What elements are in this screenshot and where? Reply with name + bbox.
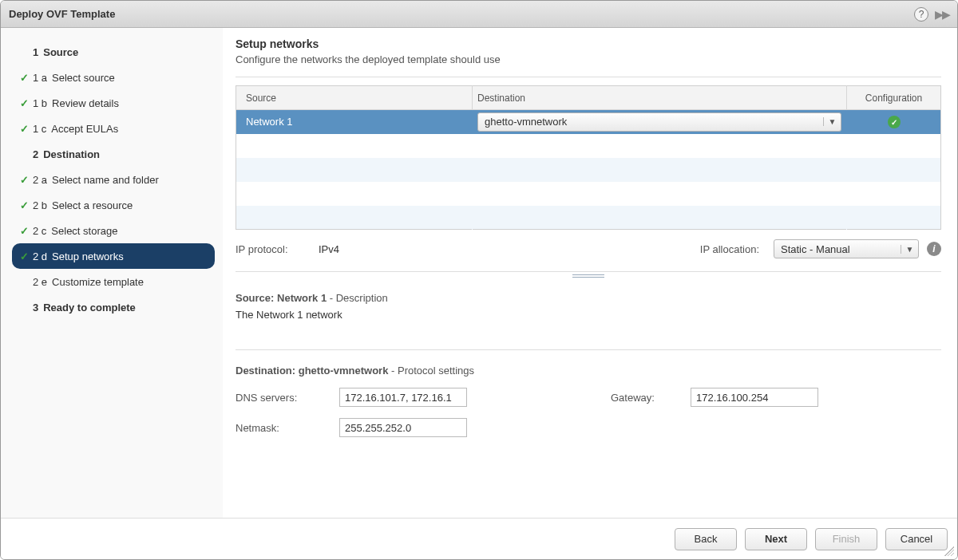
wizard-step-label: 2 aSelect name and folder <box>33 174 208 186</box>
wizard-step-label: 1 bReview details <box>33 97 208 109</box>
wizard-step[interactable]: ✓2 cSelect storage <box>12 218 215 243</box>
check-icon: ✓ <box>15 123 33 135</box>
ip-protocol-label: IP protocol: <box>236 243 319 255</box>
table-row[interactable] <box>236 206 941 230</box>
check-icon: ✓ <box>15 97 33 109</box>
dialog-window: Deploy OVF Template ? ▶▶ 1Source✓1 aSele… <box>0 0 958 560</box>
chevron-down-icon: ▼ <box>901 245 918 254</box>
wizard-step[interactable]: 2Destination <box>12 141 215 167</box>
titlebar-icons: ? ▶▶ <box>914 7 949 22</box>
wizard-sidebar: 1Source✓1 aSelect source✓1 bReview detai… <box>1 28 223 518</box>
wizard-step-label: 1 aSelect source <box>33 72 208 84</box>
col-header-destination[interactable]: Destination <box>473 86 847 110</box>
wizard-step[interactable]: 2 eCustomize template <box>12 269 215 294</box>
cancel-button[interactable]: Cancel <box>885 528 948 550</box>
check-icon: ✓ <box>15 72 33 84</box>
ip-allocation-select[interactable]: Static - Manual ▼ <box>774 239 919 258</box>
gateway-field[interactable] <box>691 388 818 407</box>
dialog-footer: Back Next Finish Cancel <box>1 518 957 559</box>
netmask-field[interactable] <box>339 418 467 437</box>
destination-select-value: ghetto-vmnetwork <box>478 116 823 128</box>
titlebar: Deploy OVF Template ? ▶▶ <box>1 1 957 28</box>
help-icon[interactable]: ? <box>914 7 928 22</box>
netmask-label: Netmask: <box>236 422 339 434</box>
resize-grip-icon[interactable] <box>944 546 954 556</box>
protocol-settings: DNS servers: Gateway: Netmask: <box>236 388 941 437</box>
wizard-step[interactable]: ✓2 aSelect name and folder <box>12 167 215 192</box>
wizard-step[interactable]: ✓1 aSelect source <box>12 65 215 90</box>
destination-section-heading: Destination: ghetto-vmnetwork - Protocol… <box>236 365 941 377</box>
gateway-label: Gateway: <box>611 392 691 404</box>
dialog-body: 1Source✓1 aSelect source✓1 bReview detai… <box>1 28 957 518</box>
wizard-step[interactable]: ✓1 bReview details <box>12 90 215 116</box>
wizard-step[interactable]: 1Source <box>12 39 215 65</box>
wizard-step-label: 2Destination <box>33 148 208 160</box>
table-row[interactable] <box>236 182 941 206</box>
chevron-down-icon: ▼ <box>823 117 841 126</box>
check-icon: ✓ <box>15 199 33 211</box>
cell-source: Network 1 <box>236 110 473 134</box>
wizard-step-label: 1 cAccept EULAs <box>33 123 208 135</box>
ip-allocation-value: Static - Manual <box>774 243 901 255</box>
separator <box>236 77 941 77</box>
check-icon: ✓ <box>15 250 33 262</box>
wizard-step-label: 3Ready to complete <box>33 302 208 314</box>
source-section-heading: Source: Network 1 - Description <box>236 292 941 304</box>
expand-icon[interactable]: ▶▶ <box>935 8 949 21</box>
ip-allocation-label: IP allocation: <box>700 243 759 255</box>
grip-icon <box>572 274 604 278</box>
check-icon: ✓ <box>15 174 33 186</box>
table-row[interactable] <box>236 134 941 158</box>
table-row[interactable] <box>236 158 941 182</box>
dns-field[interactable] <box>339 388 467 407</box>
wizard-step[interactable]: ✓1 cAccept EULAs <box>12 116 215 141</box>
page-subtitle: Configure the networks the deployed temp… <box>236 53 941 65</box>
network-table: Source Destination Configuration Network… <box>236 85 941 230</box>
back-button[interactable]: Back <box>675 528 737 550</box>
dns-label: DNS servers: <box>236 392 339 404</box>
page-title: Setup networks <box>236 37 941 50</box>
source-description: The Network 1 network <box>236 309 941 321</box>
window-title: Deploy OVF Template <box>9 8 914 20</box>
wizard-step[interactable]: ✓2 bSelect a resource <box>12 192 215 218</box>
cell-destination: ghetto-vmnetwork ▼ <box>473 110 847 134</box>
wizard-step-label: 2 dSetup networks <box>33 250 208 262</box>
table-row[interactable]: Network 1 ghetto-vmnetwork ▼ ✓ <box>236 110 941 134</box>
info-icon[interactable]: i <box>927 242 941 256</box>
col-header-source[interactable]: Source <box>236 86 473 110</box>
ip-protocol-value: IPv4 <box>319 243 478 255</box>
check-icon: ✓ <box>888 116 901 128</box>
wizard-step-label: 1Source <box>33 46 208 58</box>
wizard-step[interactable]: 3Ready to complete <box>12 294 215 320</box>
check-icon: ✓ <box>15 225 33 237</box>
destination-select[interactable]: ghetto-vmnetwork ▼ <box>477 112 841 132</box>
wizard-step[interactable]: ✓2 dSetup networks <box>12 243 215 269</box>
main-panel: Setup networks Configure the networks th… <box>223 28 957 518</box>
next-button[interactable]: Next <box>745 528 807 550</box>
ip-row: IP protocol: IPv4 IP allocation: Static … <box>236 239 941 258</box>
wizard-step-label: 2 bSelect a resource <box>33 199 208 211</box>
wizard-step-label: 2 eCustomize template <box>33 276 208 288</box>
separator <box>236 349 941 350</box>
wizard-step-label: 2 cSelect storage <box>33 225 208 237</box>
splitter[interactable] <box>236 271 941 279</box>
col-header-config[interactable]: Configuration <box>847 86 941 110</box>
finish-button[interactable]: Finish <box>815 528 877 550</box>
cell-config: ✓ <box>847 110 941 134</box>
